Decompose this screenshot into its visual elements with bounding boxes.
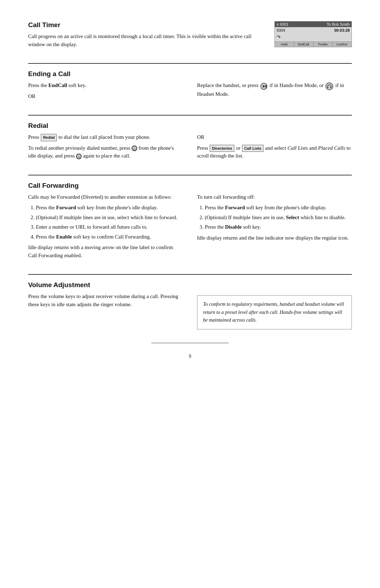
redial-section: Redial Press Redial to dial the last cal… (28, 122, 352, 169)
softkey-transfer: Trnsfer (314, 42, 333, 47)
phone-header-right: To Bob Smith (327, 22, 350, 26)
enable-key: Enable (56, 234, 72, 240)
footer-line (151, 343, 229, 343)
select-key: Select (286, 215, 299, 220)
headset-icon (325, 81, 333, 90)
volume-adjustment-section: Volume Adjustment Press the volume keys … (28, 281, 352, 336)
speaker-icon (260, 82, 267, 90)
redial-right-col: OR Press Directories or Call Lists and s… (197, 133, 352, 163)
ending-right-col: Replace the handset, or press if in Hand… (197, 81, 352, 103)
ending-left-col: Press the EndCall soft key. OR (28, 81, 183, 103)
divider-4 (28, 274, 352, 275)
redial-left-col: Press Redial to dial the last call place… (28, 133, 183, 163)
divider-1 (28, 63, 352, 64)
forwarding-list-item-1: Press the Forward soft key from the phon… (36, 204, 183, 212)
endcall-key: EndCall (49, 82, 67, 88)
disable-key: Disable (225, 224, 242, 230)
forwarding-list-item-4: Press the Enable soft key to confirm Cal… (36, 233, 183, 241)
forwarding-right-item-3: Press the Disable soft key. (205, 223, 352, 231)
page-number: 9 (28, 354, 352, 359)
redial-key: Redial (41, 134, 57, 141)
divider-2 (28, 115, 352, 116)
forwarding-left-list: Press the Forward soft key from the phon… (36, 204, 183, 241)
forwarding-right-intro: To turn call forwarding off: (197, 193, 352, 201)
nav-circle-2: △ (76, 154, 82, 159)
svg-rect-3 (330, 87, 331, 88)
forwarding-right-list: Press the Forward soft key from the phon… (205, 204, 352, 231)
call-forwarding-section: Call Forwarding Calls may be Forwarded (… (28, 182, 352, 269)
forwarding-right-col: To turn call forwarding off: Press the F… (197, 193, 352, 262)
volume-left-text: Press the volume keys to adjust receiver… (28, 292, 183, 308)
redial-title: Redial (28, 122, 352, 130)
ending-left-text: Press the EndCall soft key. (28, 81, 183, 89)
ending-or: OR (28, 92, 183, 100)
forwarding-list-item-3: Enter a number or URL to forward all fut… (36, 223, 183, 231)
phone-display: ≡ 9301 To Bob Smith 9304 00:03:28 ↷ Hold… (274, 21, 352, 47)
forwarding-right-item-1: Press the Forward soft key from the phon… (205, 204, 352, 212)
ending-a-call-title: Ending a Call (28, 70, 352, 78)
volume-left-col: Press the volume keys to adjust receiver… (28, 292, 183, 329)
softkey-confrnc: Confrnc (332, 42, 352, 47)
divider-3 (28, 175, 352, 175)
forwarding-right-item-2: (Optional) If multiple lines are in use,… (205, 213, 352, 222)
volume-right-col: To conform to regulatory requirments, ha… (197, 292, 352, 329)
ending-right-text: Replace the handset, or press if in Hand… (197, 81, 352, 98)
phone-softkeys: Hold EndCall Trnsfer Confrnc (275, 42, 352, 47)
softkey-endcall: EndCall (294, 42, 314, 47)
redial-left-p2: To redial another prviously dialed numbe… (28, 144, 183, 160)
forwarding-intro: Calls may be Forwarded (Diverted) to ano… (28, 193, 183, 201)
calllists-key: Call Lists (242, 145, 264, 152)
call-timer-section: ≡ 9301 To Bob Smith 9304 00:03:28 ↷ Hold… (28, 21, 352, 57)
call-forwarding-title: Call Forwarding (28, 182, 352, 190)
phone-header-left: ≡ 9301 (277, 22, 289, 26)
volume-note-box: To conform to regulatory requirments, ha… (197, 295, 352, 329)
forward-key-1: Forward (56, 205, 76, 210)
directories-key: Directories (210, 145, 234, 152)
phone-row-left: 9304 (277, 28, 285, 32)
forwarding-left-note: Idle display returns with a moving arrow… (28, 243, 183, 259)
forwarding-right-note: Idle display returns and the line indica… (197, 234, 352, 242)
phone-arrow-row: ↷ (275, 33, 352, 42)
nav-circle-1: △ (132, 146, 137, 151)
placed-calls-italic: Placed Calls (318, 145, 345, 151)
forwarding-list-item-2: (Optional) If multiple lines are in use,… (36, 213, 183, 222)
svg-point-1 (326, 83, 333, 90)
redial-right-p1: Press Directories or Call Lists and sele… (197, 144, 352, 160)
volume-note-text: To conform to regulatory requirments, ha… (203, 302, 344, 323)
redial-left-p1: Press Redial to dial the last call place… (28, 133, 183, 141)
svg-rect-2 (327, 87, 328, 88)
volume-adjustment-title: Volume Adjustment (28, 281, 352, 289)
forwarding-left-col: Calls may be Forwarded (Diverted) to ano… (28, 193, 183, 262)
phone-timer: 00:03:28 (334, 28, 350, 32)
call-lists-italic: Call Lists (287, 145, 308, 151)
forward-key-2: Forward (225, 205, 245, 210)
softkey-hold: Hold (275, 42, 294, 47)
ending-a-call-section: Ending a Call Press the EndCall soft key… (28, 70, 352, 109)
redial-right-or: OR (197, 133, 352, 141)
